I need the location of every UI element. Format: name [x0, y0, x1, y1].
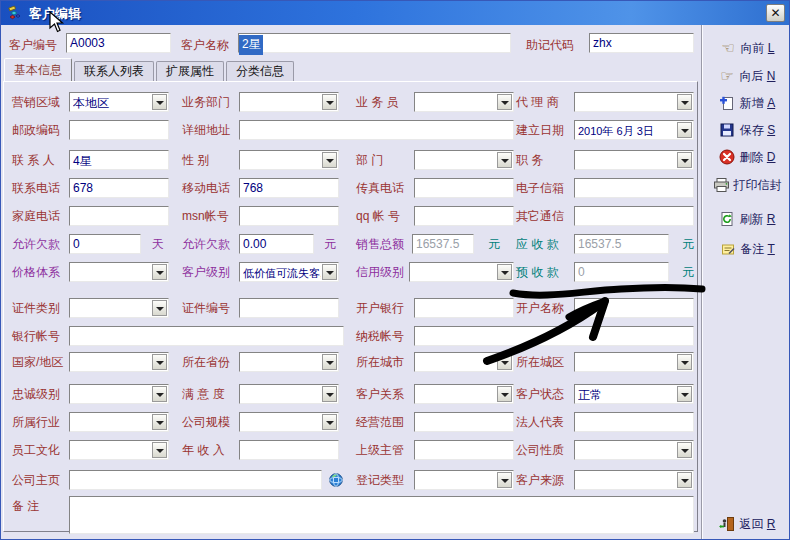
supervisor-input[interactable]: [414, 440, 514, 460]
business-dept-combo[interactable]: [239, 92, 339, 112]
note-button[interactable]: 备注 T: [702, 238, 790, 260]
dropdown-arrow-icon[interactable]: [322, 264, 337, 280]
dropdown-arrow-icon[interactable]: [322, 386, 337, 402]
print-envelope-button[interactable]: 打印信封: [702, 174, 790, 196]
dropdown-arrow-icon[interactable]: [497, 94, 512, 110]
msn-account-input[interactable]: [239, 206, 339, 226]
dropdown-arrow-icon[interactable]: [677, 94, 692, 110]
dropdown-arrow-icon[interactable]: [152, 264, 167, 280]
delete-button[interactable]: 删除 D: [702, 146, 790, 168]
contact-person-input[interactable]: 4星: [69, 150, 169, 170]
nav-back-button[interactable]: ☞向后 N: [702, 65, 790, 87]
customer-relation-combo[interactable]: [414, 384, 514, 404]
home-phone-input[interactable]: [69, 206, 169, 226]
cert-number-input[interactable]: [239, 298, 339, 318]
postal-code-input[interactable]: [69, 120, 169, 140]
dropdown-arrow-icon[interactable]: [677, 354, 692, 370]
price-system-combo[interactable]: [69, 262, 169, 282]
loyalty-level-combo[interactable]: [69, 384, 169, 404]
allow-debt-days-input[interactable]: 0: [69, 234, 141, 254]
dropdown-arrow-icon[interactable]: [152, 94, 167, 110]
dropdown-arrow-icon[interactable]: [322, 354, 337, 370]
tab-contact-list[interactable]: 联系人列表: [74, 61, 154, 81]
qq-account-input[interactable]: [414, 206, 514, 226]
marketing-region-combo[interactable]: 本地区: [69, 92, 169, 112]
dropdown-arrow-icon[interactable]: [677, 472, 692, 488]
dropdown-arrow-icon[interactable]: [677, 442, 692, 458]
staff-culture-combo[interactable]: [69, 440, 169, 460]
add-new-button[interactable]: 新增 A: [702, 92, 790, 114]
account-name-input[interactable]: [574, 298, 694, 318]
mnemonic-code-input[interactable]: zhx: [589, 33, 694, 53]
dropdown-arrow-icon[interactable]: [497, 386, 512, 402]
agent-combo[interactable]: [574, 92, 694, 112]
receivable-input[interactable]: 16537.5: [574, 234, 669, 254]
satisfaction-combo[interactable]: [239, 384, 339, 404]
customer-source-combo[interactable]: [574, 470, 694, 490]
dropdown-arrow-icon[interactable]: [152, 414, 167, 430]
salesperson-combo[interactable]: [414, 92, 514, 112]
prepaid-input[interactable]: 0: [574, 262, 669, 282]
legal-rep-input[interactable]: [574, 412, 694, 432]
window-titlebar[interactable]: 客户编辑 ✕: [1, 1, 789, 25]
close-button[interactable]: ✕: [766, 4, 785, 22]
bank-input[interactable]: [414, 298, 514, 318]
customer-status-combo[interactable]: 正常: [574, 384, 694, 404]
dropdown-arrow-icon[interactable]: [497, 354, 512, 370]
save-button[interactable]: 保存 S: [702, 119, 790, 141]
company-size-combo[interactable]: [239, 412, 339, 432]
fax-phone-input[interactable]: [414, 178, 514, 198]
dropdown-arrow-icon[interactable]: [497, 472, 512, 488]
dropdown-arrow-icon[interactable]: [677, 122, 692, 138]
nav-forward-button[interactable]: ☜向前 L: [702, 37, 790, 59]
customer-name-input[interactable]: 2星: [238, 33, 511, 53]
dropdown-arrow-icon[interactable]: [322, 152, 337, 168]
dropdown-arrow-icon[interactable]: [152, 354, 167, 370]
dropdown-arrow-icon[interactable]: [152, 300, 167, 316]
contact-phone-input[interactable]: 678: [69, 178, 169, 198]
dropdown-arrow-icon[interactable]: [677, 386, 692, 402]
department-combo[interactable]: [414, 150, 514, 170]
globe-icon[interactable]: [328, 472, 344, 488]
industry-combo[interactable]: [69, 412, 169, 432]
customer-level-combo[interactable]: 低价值可流失客,: [239, 262, 339, 282]
tab-extended-attrs[interactable]: 扩展属性: [156, 61, 224, 81]
dropdown-arrow-icon[interactable]: [322, 94, 337, 110]
other-contact-input[interactable]: [574, 206, 694, 226]
company-nature-combo[interactable]: [574, 440, 694, 460]
staff-culture-label: 员工文化: [12, 440, 60, 460]
note-icon: [719, 241, 736, 258]
registration-type-combo[interactable]: [414, 470, 514, 490]
refresh-button[interactable]: 刷新 R: [702, 208, 790, 230]
return-button[interactable]: 返回 R: [702, 513, 790, 535]
country-region-combo[interactable]: [69, 352, 169, 372]
business-scope-input[interactable]: [414, 412, 514, 432]
bank-account-input[interactable]: [69, 326, 344, 346]
dropdown-arrow-icon[interactable]: [497, 264, 512, 280]
dropdown-arrow-icon[interactable]: [152, 386, 167, 402]
address-input[interactable]: [239, 120, 514, 140]
city-combo[interactable]: [414, 352, 514, 372]
homepage-input[interactable]: [69, 470, 322, 490]
tax-account-input[interactable]: [414, 326, 694, 346]
position-combo[interactable]: [574, 150, 694, 170]
remarks-textarea[interactable]: [69, 496, 694, 534]
province-combo[interactable]: [239, 352, 339, 372]
email-input[interactable]: [574, 178, 694, 198]
district-combo[interactable]: [574, 352, 694, 372]
tab-basic-info[interactable]: 基本信息: [4, 58, 72, 81]
allow-debt-amount-input[interactable]: 0.00: [239, 234, 314, 254]
annual-income-input[interactable]: [239, 440, 339, 460]
dropdown-arrow-icon[interactable]: [497, 152, 512, 168]
dropdown-arrow-icon[interactable]: [677, 152, 692, 168]
mobile-phone-input[interactable]: 768: [239, 178, 339, 198]
tab-classification[interactable]: 分类信息: [226, 61, 294, 81]
customer-code-input[interactable]: A0003: [66, 33, 171, 53]
create-date-combo[interactable]: 2010年 6月 3日: [574, 120, 694, 140]
cert-type-combo[interactable]: [69, 298, 169, 318]
credit-level-combo[interactable]: [409, 262, 514, 282]
total-sales-input[interactable]: 16537.5: [412, 234, 474, 254]
dropdown-arrow-icon[interactable]: [322, 414, 337, 430]
gender-combo[interactable]: [239, 150, 339, 170]
dropdown-arrow-icon[interactable]: [152, 442, 167, 458]
